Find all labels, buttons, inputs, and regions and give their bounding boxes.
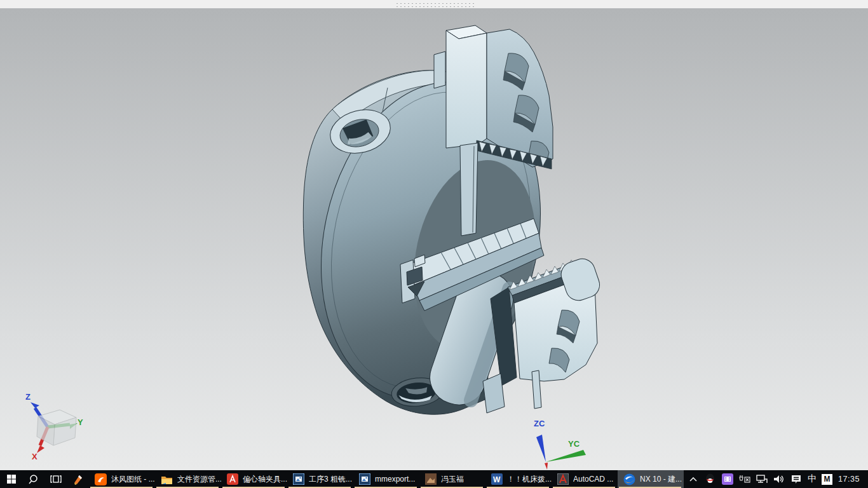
tray-volume-button[interactable] xyxy=(771,474,787,485)
brush-icon xyxy=(72,473,84,485)
taskbar-app-word[interactable]: W ！！机床拨... xyxy=(485,470,552,488)
video-app-icon xyxy=(722,473,733,485)
action-center-icon xyxy=(790,474,802,485)
image-viewer-icon xyxy=(359,473,370,485)
wcs-indicator[interactable]: ZC YC xyxy=(526,419,602,470)
uc-browser-icon xyxy=(95,473,107,485)
taskbar-app-muféng-drawing[interactable]: 沐风图纸 - ... xyxy=(89,470,155,488)
system-tray: 中 M 17:35 xyxy=(685,470,868,488)
search-button[interactable] xyxy=(22,470,44,488)
file-explorer-icon xyxy=(161,474,173,485)
triad-z-label: Z xyxy=(25,392,31,402)
taskbar-app-file-explorer[interactable]: 文件资源管... xyxy=(155,470,221,488)
chevron-up-icon xyxy=(689,475,698,483)
triad-y-label: Y xyxy=(78,417,83,427)
tray-video-app-button[interactable] xyxy=(719,473,735,485)
start-button[interactable] xyxy=(0,470,22,488)
word-icon: W xyxy=(491,473,503,485)
taskbar-app-photo[interactable]: 冯玉福 xyxy=(419,470,485,488)
view-triad-cube xyxy=(14,391,90,464)
action-center-button[interactable] xyxy=(788,474,804,485)
nx-icon xyxy=(623,473,635,485)
tray-network-button[interactable] xyxy=(754,474,770,485)
qq-penguin-icon xyxy=(705,473,715,485)
taskbar-app-nx[interactable]: NX 10 - 建... xyxy=(618,470,684,488)
view-triad[interactable]: Z Y X xyxy=(14,391,90,464)
network-icon xyxy=(756,474,768,485)
search-icon xyxy=(28,474,39,485)
taskbar-app-pdf[interactable]: 偏心轴夹具... xyxy=(221,470,287,488)
ime-language-indicator[interactable]: 中 xyxy=(805,473,819,485)
taskbar-app-image1[interactable]: 工序3 粗铣... xyxy=(287,470,353,488)
triad-x-label: X xyxy=(32,452,37,461)
ime-mode-badge[interactable]: M xyxy=(822,474,832,485)
task-view-button[interactable] xyxy=(44,470,67,488)
task-view-icon xyxy=(50,474,62,484)
svg-text:W: W xyxy=(493,475,501,484)
desktop: { "viewport": { "model_description": "3D… xyxy=(0,0,868,488)
image-viewer-icon xyxy=(293,473,304,485)
speaker-icon xyxy=(773,474,785,485)
wcs-yc-label: YC xyxy=(568,439,580,449)
pinned-brush-button[interactable] xyxy=(67,470,89,488)
wcs-zc-label: ZC xyxy=(534,419,545,428)
taskbar-app-image2[interactable]: mmexport... xyxy=(353,470,419,488)
photo-thumbnail-icon xyxy=(425,473,437,485)
tray-qq-button[interactable] xyxy=(702,473,718,485)
windows-logo-icon xyxy=(6,474,17,484)
taskbar-app-autocad[interactable]: AutoCAD ... xyxy=(552,470,618,488)
taskbar: 沐风图纸 - ... 文件资源管... 偏心轴夹具... 工序3 粗铣... m… xyxy=(0,470,868,488)
tray-ime-tool-button[interactable] xyxy=(736,474,752,484)
autocad-icon xyxy=(557,473,569,485)
pdf-icon xyxy=(227,473,238,485)
chuck-3d-model xyxy=(0,0,868,470)
taskbar-clock[interactable]: 17:35 xyxy=(835,475,863,484)
ime-tool-icon xyxy=(738,474,751,484)
tray-chevron-button[interactable] xyxy=(685,475,701,483)
